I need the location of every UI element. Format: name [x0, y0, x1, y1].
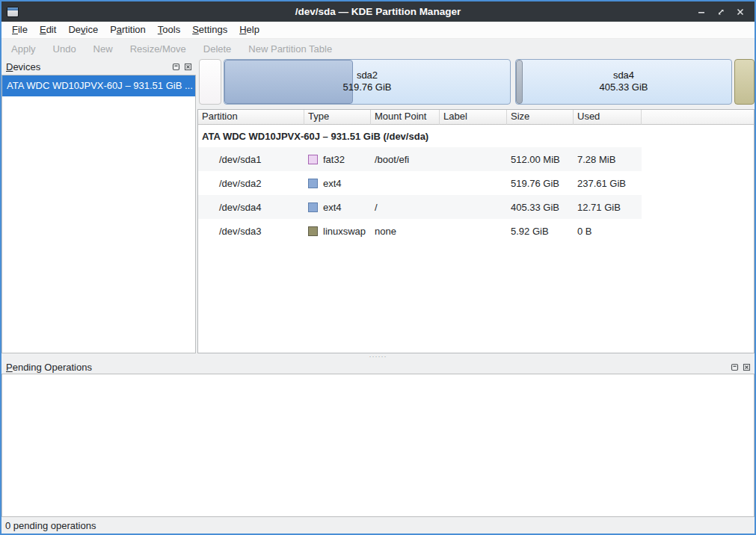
cell-mount-point: /boot/efi — [371, 154, 440, 165]
devices-panel: Devices ATA WDC WD10JPVX-60J – 931.51 Gi… — [1, 58, 196, 353]
menu-tools[interactable]: Tools — [152, 22, 186, 38]
partition-table: Partition Type Mount Point Label Size Us… — [197, 109, 755, 353]
cell-size: 405.33 GiB — [507, 202, 574, 213]
cell-used: 0 B — [574, 226, 642, 237]
new-partition-table-button[interactable]: New Partition Table — [248, 43, 332, 55]
sda2-label: sda2 519.76 GiB — [224, 69, 510, 95]
table-row[interactable]: /dev/sda2 ext4 519.76 GiB 237.61 GiB — [198, 171, 642, 195]
devices-close-icon[interactable] — [183, 62, 193, 72]
device-view: sda2 519.76 GiB sda4 405.33 GiB Partitio… — [197, 58, 755, 353]
maximize-button[interactable] — [716, 7, 726, 17]
partition-segment-sda2[interactable]: sda2 519.76 GiB — [224, 59, 511, 105]
close-button[interactable] — [735, 7, 746, 17]
cell-partition: /dev/sda1 — [198, 154, 304, 165]
menubar: File Edit Device Partition Tools Setting… — [1, 22, 755, 39]
column-header-used[interactable]: Used — [574, 110, 642, 125]
cell-partition: /dev/sda4 — [198, 202, 304, 213]
new-button[interactable]: New — [93, 43, 113, 55]
cell-mount-point: none — [371, 226, 440, 237]
devices-panel-titlebar: Devices — [1, 58, 196, 75]
linuxswap-color-swatch — [308, 226, 318, 236]
undo-button[interactable]: Undo — [53, 43, 76, 55]
kde-partition-manager-window: /dev/sda — KDE Partition Manager File Ed… — [0, 0, 756, 535]
cell-size: 5.92 GiB — [507, 226, 574, 237]
apply-button[interactable]: Apply — [11, 43, 36, 55]
partition-segment-sda3[interactable] — [734, 59, 755, 105]
table-row[interactable]: /dev/sda3 linuxswap none 5.92 GiB 0 B — [198, 219, 642, 243]
partition-segment-sda4[interactable]: sda4 405.33 GiB — [515, 59, 732, 105]
statusbar: 0 pending operations — [1, 517, 755, 534]
partition-bar: sda2 519.76 GiB sda4 405.33 GiB — [199, 59, 755, 105]
sda4-label: sda4 405.33 GiB — [516, 69, 731, 95]
column-header-type[interactable]: Type — [304, 110, 371, 125]
partition-segment-sda1[interactable] — [199, 59, 221, 105]
cell-partition: /dev/sda2 — [198, 178, 304, 189]
pending-float-icon[interactable] — [730, 362, 740, 372]
column-header-partition[interactable]: Partition — [198, 110, 304, 125]
table-row[interactable]: /dev/sda1 fat32 /boot/efi 512.00 MiB 7.2… — [198, 147, 642, 171]
ext4-color-swatch — [308, 202, 318, 212]
column-header-label[interactable]: Label — [440, 110, 507, 125]
menu-file[interactable]: File — [6, 22, 34, 38]
minimize-button[interactable] — [696, 7, 707, 17]
column-header-size[interactable]: Size — [507, 110, 574, 125]
menu-help[interactable]: Help — [233, 22, 265, 38]
cell-size: 519.76 GiB — [507, 178, 574, 189]
menu-edit[interactable]: Edit — [34, 22, 62, 38]
main-area: Devices ATA WDC WD10JPVX-60J – 931.51 Gi… — [1, 58, 755, 353]
pending-operations-title: Pending Operations — [6, 362, 92, 373]
cell-used: 237.61 GiB — [574, 178, 642, 189]
ext4-color-swatch — [308, 179, 318, 188]
pending-operations-titlebar: Pending Operations — [1, 360, 755, 374]
device-item-selected[interactable]: ATA WDC WD10JPVX-60J – 931.51 GiB ... — [2, 75, 195, 96]
cell-type: ext4 — [304, 202, 371, 213]
pending-operations-count: 0 pending operations — [5, 520, 96, 531]
cell-mount-point: / — [371, 202, 440, 213]
menu-device[interactable]: Device — [62, 22, 104, 38]
cell-partition: /dev/sda3 — [198, 226, 304, 237]
menu-partition[interactable]: Partition — [104, 22, 152, 38]
fat32-color-swatch — [308, 155, 318, 164]
table-header: Partition Type Mount Point Label Size Us… — [198, 110, 754, 125]
devices-list: ATA WDC WD10JPVX-60J – 931.51 GiB ... — [1, 75, 196, 353]
column-header-mount-point[interactable]: Mount Point — [371, 110, 440, 125]
cell-size: 512.00 MiB — [507, 154, 574, 165]
toolbar: Apply Undo New Resize/Move Delete New Pa… — [1, 39, 755, 58]
column-header-filler — [642, 110, 754, 125]
splitter-handle-icon: ······ — [369, 354, 387, 359]
devices-float-icon[interactable] — [171, 62, 181, 72]
delete-button[interactable]: Delete — [203, 43, 232, 55]
pending-operations-list — [1, 374, 755, 517]
devices-panel-title: Devices — [6, 61, 40, 72]
cell-type: linuxswap — [304, 226, 371, 237]
pending-close-icon[interactable] — [742, 362, 752, 372]
device-group-row[interactable]: ATA WDC WD10JPVX-60J – 931.51 GiB (/dev/… — [198, 125, 754, 147]
horizontal-splitter[interactable]: ······ — [1, 353, 755, 360]
cell-used: 7.28 MiB — [574, 154, 642, 165]
titlebar[interactable]: /dev/sda — KDE Partition Manager — [1, 1, 755, 22]
window-title: /dev/sda — KDE Partition Manager — [1, 6, 755, 17]
menu-settings[interactable]: Settings — [186, 22, 233, 38]
cell-type: ext4 — [304, 178, 371, 189]
table-row[interactable]: /dev/sda4 ext4 / 405.33 GiB 12.71 GiB — [198, 195, 642, 219]
resize-move-button[interactable]: Resize/Move — [130, 43, 186, 55]
cell-used: 12.71 GiB — [574, 202, 642, 213]
cell-type: fat32 — [304, 154, 371, 165]
